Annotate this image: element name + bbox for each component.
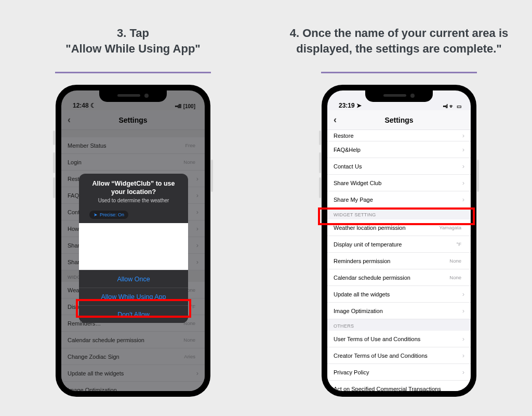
status-right: ••ıl ᯤ ▭ <box>443 103 461 109</box>
phone-1-wrap: 12:48 ☾ ••ılll [100] ‹ Settings Member S… <box>56 85 210 397</box>
row-value: Aries <box>184 354 195 359</box>
battery-icon: [100] <box>183 103 195 109</box>
chevron-right-icon: › <box>462 146 464 153</box>
row-label: Privacy Policy <box>334 369 369 375</box>
highlight-allow-while-using <box>76 299 191 318</box>
chevron-right-icon: › <box>196 258 198 266</box>
signal-icon: ••ılll <box>175 103 181 109</box>
battery-icon: ▭ <box>457 103 461 109</box>
row-label: Reminders permission <box>334 258 390 264</box>
dialog-title: Allow “WidgetClub” to use your location? <box>86 180 181 196</box>
row-label: Creator Terms of Use and Conditions <box>334 353 428 359</box>
section-others: OTHERS <box>327 319 471 331</box>
precise-badge[interactable]: ➤Precise: On <box>89 211 128 219</box>
table-row[interactable]: Contact Us› <box>327 158 471 175</box>
mute-switch <box>319 131 321 145</box>
row-label: FAQ&Help <box>334 147 361 153</box>
vol-up <box>319 152 321 173</box>
dialog-subtitle: Used to determine the weather <box>86 198 181 203</box>
table-row[interactable]: Change Zodiac SignAries <box>61 348 205 365</box>
row-label: Update all the widgets <box>334 291 390 297</box>
chevron-right-icon: › <box>196 191 198 199</box>
table-row[interactable]: Calendar schedule permissionNone <box>61 332 205 348</box>
settings-list-2: Restore›FAQ&Help›Contact Us›Share Widget… <box>327 130 471 391</box>
row-label: Act on Specified Commercial Transactions <box>334 386 441 392</box>
signal-icon: ••ıl <box>443 103 447 109</box>
header-title: Settings <box>118 116 147 124</box>
row-label: Contact Us <box>334 163 362 170</box>
table-row[interactable]: Member StatusFree <box>61 137 205 154</box>
chevron-right-icon: › <box>196 208 198 216</box>
back-icon[interactable]: ‹ <box>68 114 71 125</box>
row-label: Update all the widgets <box>68 370 124 376</box>
chevron-right-icon: › <box>462 196 464 203</box>
row-label: User Terms of Use and Conditions <box>334 336 420 342</box>
table-row[interactable]: Update all the widgets› <box>327 286 471 303</box>
row-label: Weather location permission <box>334 225 406 231</box>
power-button <box>477 160 479 192</box>
table-row[interactable]: Image Optimization› <box>61 382 205 391</box>
table-row[interactable]: Reminders permissionNone <box>327 253 471 269</box>
table-row[interactable]: Restore› <box>327 130 471 141</box>
location-arrow-icon: ➤ <box>94 212 98 217</box>
status-time: 12:48 ☾ <box>73 102 96 109</box>
notch <box>365 89 433 102</box>
chevron-right-icon: › <box>462 179 464 187</box>
header-title: Settings <box>384 116 413 124</box>
chevron-right-icon: › <box>462 162 464 170</box>
chevron-right-icon: › <box>196 386 198 391</box>
table-row[interactable]: LoginNone <box>61 154 205 171</box>
table-row[interactable]: Act on Specified Commercial Transactions… <box>327 381 471 391</box>
row-value: Yamagata <box>439 225 461 230</box>
dialog-header: Allow “WidgetClub” to use your location?… <box>79 174 188 209</box>
dialog-map-placeholder <box>79 223 188 270</box>
step3-line1: 3. Tap <box>65 25 201 41</box>
phone-2: 23:19 ➤ ••ıl ᯤ ▭ ‹ Settings Restore›FAQ&… <box>322 85 476 397</box>
vol-down <box>53 177 55 198</box>
chevron-right-icon: › <box>196 241 198 249</box>
step-3-title: 3. Tap "Allow While Using App" <box>55 10 211 72</box>
chevron-right-icon: › <box>462 385 464 391</box>
chevron-right-icon: › <box>462 132 464 139</box>
phone-2-wrap: 23:19 ➤ ••ıl ᯤ ▭ ‹ Settings Restore›FAQ&… <box>322 85 476 397</box>
chevron-right-icon: › <box>462 307 464 315</box>
allow-once-button[interactable]: Allow Once <box>79 270 188 288</box>
row-label: Restore <box>334 133 354 139</box>
table-row[interactable]: Privacy Policy› <box>327 364 471 381</box>
row-label: Image Optimization <box>334 308 383 314</box>
row-label: Display unit of temperature <box>334 241 402 248</box>
table-row[interactable]: Image Optimization› <box>327 303 471 319</box>
chevron-right-icon: › <box>462 335 464 343</box>
row-label: Image Optimization <box>68 387 117 392</box>
step3-line2: "Allow While Using App" <box>65 41 201 57</box>
table-row[interactable]: FAQ&Help› <box>327 141 471 158</box>
vol-up <box>53 152 55 173</box>
table-row[interactable]: Share Widget Club› <box>327 175 471 191</box>
back-icon[interactable]: ‹ <box>334 114 337 125</box>
screen-2: 23:19 ➤ ••ıl ᯤ ▭ ‹ Settings Restore›FAQ&… <box>327 90 471 391</box>
table-row[interactable]: Calendar schedule permissionNone <box>327 269 471 286</box>
step-3-rule <box>55 72 211 73</box>
step-3-panel: 3. Tap "Allow While Using App" 12:48 ☾ •… <box>0 0 266 416</box>
row-value: None <box>183 159 195 165</box>
table-row[interactable]: User Terms of Use and Conditions› <box>327 331 471 347</box>
chevron-right-icon: › <box>462 368 464 376</box>
vol-down <box>319 177 321 198</box>
table-row[interactable]: Update all the widgets› <box>61 365 205 382</box>
row-label: Change Zodiac Sign <box>68 354 119 360</box>
highlight-weather-row <box>318 207 475 225</box>
row-label: Calendar schedule permission <box>68 337 144 343</box>
row-value: Free <box>185 142 195 148</box>
phone-1: 12:48 ☾ ••ılll [100] ‹ Settings Member S… <box>56 85 210 397</box>
power-button <box>211 160 213 192</box>
settings-header: ‹ Settings <box>327 110 471 130</box>
chevron-right-icon: › <box>462 290 464 298</box>
table-row[interactable]: Share My Page› <box>327 191 471 208</box>
screen-1: 12:48 ☾ ••ılll [100] ‹ Settings Member S… <box>61 90 205 391</box>
row-value: None <box>449 275 461 280</box>
settings-header: ‹ Settings <box>61 110 205 130</box>
chevron-right-icon: › <box>196 369 198 377</box>
table-row[interactable]: Display unit of temperature°F <box>327 236 471 253</box>
table-row[interactable]: Creator Terms of Use and Conditions› <box>327 347 471 364</box>
mute-switch <box>53 131 55 145</box>
